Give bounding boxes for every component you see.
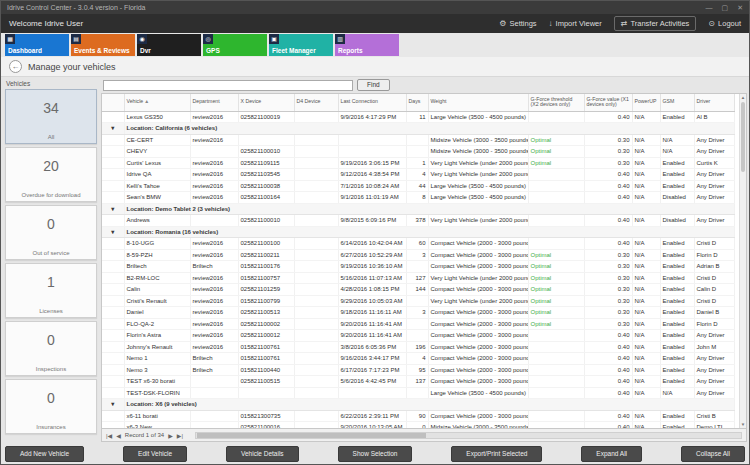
table-row[interactable]: Kelli's Tahoereview20160258211000387/1/2… (102, 180, 734, 192)
table-row[interactable]: Cristi's Renaultreview20160158211007999/… (102, 295, 734, 307)
table-row[interactable]: BriltechBriltech0158211001769/19/2016 10… (102, 261, 734, 273)
table-row[interactable]: TEST x6-30 borati0258211005155/6/2016 4:… (102, 376, 734, 388)
prev-record-icon[interactable]: ◀ (116, 432, 121, 439)
export-print-selected-button[interactable]: Export/Print Selected (451, 446, 542, 462)
column-header-powerup[interactable]: PowerUP (632, 94, 660, 111)
table-row[interactable]: Calinreview20160258211012594/28/2016 1:0… (102, 284, 734, 296)
group-row[interactable]: ▾Location: Romania (16 vehicles) (102, 226, 734, 238)
column-header-last-connection[interactable]: Last Connection (338, 94, 406, 111)
tab-dashboard[interactable]: ▦Dashboard (5, 34, 69, 56)
cell-department: Briltech (190, 261, 238, 273)
filter-card-out-of-service[interactable]: 0Out of service (5, 205, 97, 260)
last-record-icon[interactable]: ▶| (177, 432, 183, 439)
table-row[interactable]: x6-11 borati0158213007356/22/2016 2:39:1… (102, 410, 734, 422)
tab-reports[interactable]: ▥Reports (335, 34, 399, 56)
column-header-driver[interactable]: Driver (694, 94, 734, 111)
cell-driver: Florin D (694, 318, 734, 330)
column-header-g-force-value-x1-devices-only[interactable]: G-Force value (X1 devices only) (584, 94, 632, 111)
table-row[interactable]: x6-3 New0258211000169/20/2016 10:13:05 A… (102, 422, 734, 430)
group-row[interactable]: ▾Location: Demo Tablet 2 (3 vehicles) (102, 203, 734, 215)
cell-gthreshold: Optimal (528, 307, 584, 319)
filter-card-overdue-for-download[interactable]: 20Overdue for download (5, 147, 97, 202)
vehicle-details-button[interactable]: Vehicle Details (226, 446, 299, 462)
transfer-activities-button[interactable]: ⇄Transfer Activities (614, 16, 697, 31)
column-header-department[interactable]: Department (190, 94, 238, 111)
horizontal-scrollbar-thumb[interactable] (197, 433, 426, 438)
import-viewer-button[interactable]: ↓Import Viewer (549, 19, 602, 28)
table-row[interactable]: Andrews0258211000109/8/2015 6:09:16 PM37… (102, 215, 734, 227)
logout-button[interactable]: ⊙Logout (708, 19, 741, 28)
cell-xdevice (238, 134, 294, 146)
cell-gsm: Enabled (660, 422, 694, 430)
table-row[interactable]: B2-RM-LOCreview20160158211007575/16/2016… (102, 272, 734, 284)
table-row[interactable]: TEST-DSK-FLORINLarge Vehicle (3500 - 450… (102, 387, 734, 399)
column-header-d4-device[interactable]: D4 Device (294, 94, 338, 111)
cell-gthreshold: Optimal (528, 318, 584, 330)
collapse-icon[interactable]: ▾ (102, 226, 124, 238)
first-record-icon[interactable]: |◀ (106, 432, 112, 439)
show-selection-button[interactable]: Show Selection (338, 446, 413, 462)
column-header-gsm[interactable]: GSM (660, 94, 694, 111)
table-row[interactable]: Sean's BMWreview20160258211001649/1/2016… (102, 192, 734, 204)
table-row[interactable]: Curtis' Lexusreview20160258211091159/19/… (102, 157, 734, 169)
next-record-icon[interactable]: ▶ (168, 432, 173, 439)
expand-all-button[interactable]: Expand All (581, 446, 642, 462)
horizontal-scrollbar[interactable] (195, 432, 742, 439)
cell-xdevice: 025821100019 (238, 111, 294, 123)
find-button[interactable]: Find (357, 79, 390, 91)
cell-gvalue: 0.30 (584, 295, 632, 307)
table-row[interactable]: Danielreview20160258211005139/18/2016 11… (102, 307, 734, 319)
cell-weight: Compact Vehicle (2000 - 3000 pounds) (428, 410, 528, 422)
collapse-icon[interactable]: ▾ (102, 203, 124, 215)
tab-events-reviews[interactable]: ▤Events & Reviews (71, 34, 135, 56)
filter-card-licenses[interactable]: 1Licenses (5, 263, 97, 318)
table-row[interactable]: Nemo 1Briltech0158211007619/16/2016 3:44… (102, 353, 734, 365)
tab-dvr[interactable]: ◉Dvr (137, 34, 201, 56)
vertical-scrollbar-thumb[interactable] (741, 102, 745, 172)
collapse-icon[interactable]: ▾ (102, 399, 124, 411)
minimize-icon[interactable]: — (706, 4, 713, 11)
table-row[interactable]: FLO-QA-2review20160258211000029/20/2016 … (102, 318, 734, 330)
table-row[interactable]: Nemo 3Briltech0158211004406/17/2016 7:17… (102, 364, 734, 376)
table-row[interactable]: CHEVY025821100010Midsize Vehicle (3000 -… (102, 146, 734, 158)
add-new-vehicle-button[interactable]: Add New Vehicle (5, 446, 84, 462)
settings-button[interactable]: ⚙Settings (499, 19, 536, 28)
table-row[interactable]: Idrive QAreview20160258211035459/12/2016… (102, 169, 734, 181)
table-row[interactable]: 8-59-PZHreview20160258211002116/27/2016 … (102, 249, 734, 261)
tab-gps[interactable]: ◎GPS (203, 34, 267, 56)
cell-department: review2016 (190, 341, 238, 353)
back-button[interactable]: ← (9, 60, 22, 73)
table-row[interactable]: Johnny's Renaultreview20160158211007613/… (102, 341, 734, 353)
cell-department: review2016 (190, 318, 238, 330)
cell-d4device (294, 146, 338, 158)
cell-gthreshold: Optimal (528, 146, 584, 158)
collapse-all-button[interactable]: Collapse All (681, 446, 745, 462)
column-header-vehicle[interactable]: Vehicle▲ (124, 94, 190, 111)
column-header-weight[interactable]: Weight (428, 94, 528, 111)
group-row[interactable]: ▾Location: X6 (9 vehicles) (102, 399, 734, 411)
close-icon[interactable]: ✕ (737, 4, 743, 11)
collapse-icon[interactable]: ▾ (102, 123, 124, 135)
tab-fleet-manager[interactable]: ▣Fleet Manager (269, 34, 333, 56)
table-row[interactable]: 8-10-UGGreview20160258211001006/14/2016 … (102, 238, 734, 250)
scroll-down-icon[interactable]: ▼ (740, 421, 746, 428)
column-header-days[interactable]: Days (406, 94, 428, 111)
search-input[interactable] (103, 80, 353, 91)
table-row[interactable]: Florin's Astrareview20160258211000129/20… (102, 330, 734, 342)
column-header-g-force-threshold-x2-devices-only[interactable]: G-Force threshold (X2 devices only) (528, 94, 584, 111)
filter-card-inspections[interactable]: 0Inspections (5, 321, 97, 376)
cell-driver: Any Driver (694, 192, 734, 204)
filter-card-insurances[interactable]: 0Insurances (5, 379, 97, 434)
group-row[interactable]: ▾Location: California (6 vehicles) (102, 123, 734, 135)
vertical-scrollbar[interactable]: ▲ ▼ (739, 94, 746, 428)
filter-card-all[interactable]: 34All (5, 89, 97, 144)
cell-lastconn: 9/20/2016 11:16:41 AM (338, 330, 406, 342)
maximize-icon[interactable]: ▢ (722, 4, 729, 11)
cell-driver: Any Driver (694, 146, 734, 158)
column-header-x-device[interactable]: X Device (238, 94, 294, 111)
table-row[interactable]: CE-CERTreview2016Midsize Vehicle (3000 -… (102, 134, 734, 146)
table-row[interactable]: Lexus GS350review20160258211000199/9/201… (102, 111, 734, 123)
scroll-up-icon[interactable]: ▲ (740, 94, 746, 101)
edit-vehicle-button[interactable]: Edit Vehicle (123, 446, 187, 462)
cell-gthreshold (528, 410, 584, 422)
